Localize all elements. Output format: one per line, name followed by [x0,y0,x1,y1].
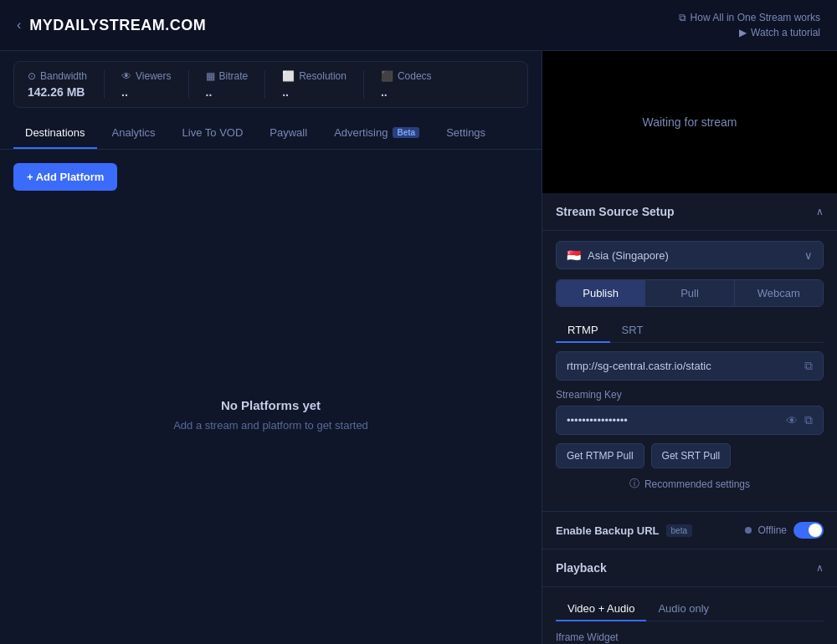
playback-header: Playback ∧ [542,549,837,587]
empty-title: No Platforms yet [221,398,321,412]
bandwidth-stat: ⊙ Bandwidth 142.26 MB [28,70,105,99]
audio-only-tab[interactable]: Audio only [646,597,721,621]
streaming-key-row: 👁 ⧉ [556,406,824,435]
toggle-knob [809,524,822,537]
video-audio-tab[interactable]: Video + Audio [556,597,646,621]
pull-action-buttons: Get RTMP Pull Get SRT Pull [556,443,824,468]
streaming-key-label: Streaming Key [556,389,824,401]
get-rtmp-pull-button[interactable]: Get RTMP Pull [556,443,644,468]
bandwidth-icon: ⊙ [28,70,36,82]
webcam-button[interactable]: Webcam [735,280,823,306]
play-icon: ▶ [739,27,747,38]
offline-indicator [745,527,752,534]
backup-url-row: Enable Backup URL beta Offline [542,511,837,549]
watch-tutorial-link[interactable]: ▶ Watch a tutorial [739,27,820,38]
stats-bar: ⊙ Bandwidth 142.26 MB 👁 Viewers .. ▦ Bit… [13,61,528,108]
stream-source-section: Stream Source Setup ∧ 🇸🇬 Asia (Singapore… [542,193,837,549]
how-it-works-link[interactable]: ⧉ How All in One Stream works [679,12,820,23]
codecs-value: .. [381,85,432,99]
codecs-stat: ⬛ Codecs .. [364,70,449,99]
viewers-stat: 👁 Viewers .. [105,70,188,99]
stream-source-title: Stream Source Setup [556,205,675,218]
site-title: MYDAILYSTREAM.COM [29,17,206,34]
get-srt-pull-button[interactable]: Get SRT Pull [651,443,732,468]
link1-icon: ⧉ [679,12,686,23]
content-area: + Add Platform No Platforms yet Add a st… [0,150,542,644]
video-preview: Waiting for stream [542,51,837,193]
playback-body: Video + Audio Audio only Iframe Widget ⧉ [542,587,837,644]
empty-subtitle: Add a stream and platform to get started [173,419,368,432]
header: ‹ MYDAILYSTREAM.COM ⧉ How All in One Str… [0,0,837,51]
recommended-label: Recommended settings [644,478,750,490]
rtmp-url-input[interactable] [567,360,798,372]
stream-source-body: 🇸🇬 Asia (Singapore) ∨ Publish Pull Webca… [542,231,837,511]
tab-settings[interactable]: Settings [434,118,497,149]
iframe-widget-label: Iframe Widget [556,631,824,643]
region-dropdown[interactable]: 🇸🇬 Asia (Singapore) ∨ [556,241,824,269]
playback-section: Playback ∧ Video + Audio Audio only Ifra… [542,549,837,644]
backup-badge: beta [666,524,692,537]
bitrate-icon: ▦ [206,70,215,82]
empty-state: No Platforms yet Add a stream and platfo… [13,191,528,638]
viewers-icon: 👁 [121,70,131,82]
publish-button[interactable]: Publish [557,280,645,306]
tab-analytics[interactable]: Analytics [100,118,167,149]
header-links: ⧉ How All in One Stream works ▶ Watch a … [679,12,820,38]
source-type-buttons: Publish Pull Webcam [556,279,824,307]
playback-collapse-icon[interactable]: ∧ [816,562,824,574]
add-platform-button[interactable]: + Add Platform [13,163,117,191]
bitrate-stat: ▦ Bitrate .. [189,70,266,99]
resolution-value: .. [282,85,347,99]
backup-url-toggle[interactable] [793,522,824,539]
region-name: Asia (Singapore) [588,249,669,262]
main-layout: ⊙ Bandwidth 142.26 MB 👁 Viewers .. ▦ Bit… [0,51,837,644]
srt-tab[interactable]: SRT [610,319,655,343]
rtmp-tab[interactable]: RTMP [556,319,610,343]
protocol-tabs: RTMP SRT [556,319,824,343]
back-button[interactable]: ‹ [17,18,21,33]
resolution-stat: ⬜ Resolution .. [265,70,364,99]
show-key-icon[interactable]: 👁 [786,414,798,427]
tab-advertising[interactable]: Advertising Beta [322,118,431,149]
left-panel: ⊙ Bandwidth 142.26 MB 👁 Viewers .. ▦ Bit… [0,51,542,644]
beta-badge: Beta [393,127,419,138]
waiting-text: Waiting for stream [642,115,737,129]
playback-tabs: Video + Audio Audio only [556,597,824,621]
resolution-icon: ⬜ [282,70,295,82]
collapse-icon[interactable]: ∧ [816,206,824,217]
stream-source-header: Stream Source Setup ∧ [542,193,837,231]
offline-label: Offline [758,524,787,536]
dropdown-chevron-icon: ∨ [804,249,813,262]
tab-paywall[interactable]: Paywall [258,118,319,149]
bandwidth-value: 142.26 MB [28,85,87,99]
header-left: ‹ MYDAILYSTREAM.COM [17,17,206,34]
backup-url-label: Enable Backup URL [556,524,660,537]
tab-live-to-vod[interactable]: Live To VOD [171,118,255,149]
copy-key-icon[interactable]: ⧉ [804,413,813,427]
pull-button[interactable]: Pull [645,280,734,306]
info-icon: ⓘ [629,477,639,491]
copy-rtmp-url-icon[interactable]: ⧉ [804,359,813,373]
right-panel: Waiting for stream Stream Source Setup ∧… [542,51,837,644]
streaming-key-input[interactable] [567,414,779,427]
rtmp-url-row: ⧉ [556,351,824,381]
playback-title: Playback [556,561,607,575]
bitrate-value: .. [206,85,249,99]
region-flag: 🇸🇬 [567,248,581,262]
main-tabs: Destinations Analytics Live To VOD Paywa… [0,118,542,150]
viewers-value: .. [121,85,171,99]
tab-destinations[interactable]: Destinations [13,118,97,149]
codecs-icon: ⬛ [381,70,393,82]
recommended-settings-link[interactable]: ⓘ Recommended settings [556,477,824,491]
